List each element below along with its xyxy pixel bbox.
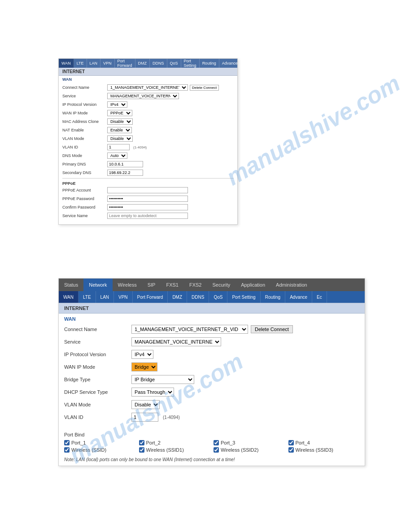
label-confirm-password: Confirm Password xyxy=(62,205,107,209)
select-wan-ip-mode-large[interactable]: Bridge xyxy=(131,362,157,371)
select-service-top[interactable]: MANAGEMENT_VOICE_INTERNET xyxy=(107,93,179,99)
sub-nav-wan[interactable]: WAN xyxy=(59,291,79,303)
sub-nav-ddns[interactable]: DDNS xyxy=(187,291,209,303)
ctrl-wan-ip-mode-large: Bridge xyxy=(131,362,359,371)
select-connect-name-top[interactable]: 1_MANAGEMENT_VOICE_INTERNET_R_VID xyxy=(107,84,188,91)
checkbox-port2[interactable] xyxy=(139,440,144,445)
form-large: Connect Name 1_MANAGEMENT_VOICE_INTERNET… xyxy=(59,323,365,429)
row-service-large: Service MANAGEMENT_VOICE_INTERNET xyxy=(64,337,359,347)
checkbox-port3[interactable] xyxy=(214,440,219,445)
sub-nav-lan[interactable]: LAN xyxy=(96,291,114,303)
label-wireless-ssid: Wireless (SSID) xyxy=(71,447,106,453)
port-bind-port3: Port_3 xyxy=(214,440,285,445)
nav-wireless[interactable]: Wireless xyxy=(113,279,142,291)
label-port3: Port_3 xyxy=(221,440,235,445)
row-dns-mode-top: DNS Mode Auto xyxy=(62,152,234,159)
label-port1: Port_1 xyxy=(71,440,86,445)
select-dns-mode-top[interactable]: Auto xyxy=(107,153,127,159)
select-nat-top[interactable]: Enable xyxy=(107,127,132,133)
checkbox-wireless-ssid3[interactable] xyxy=(288,447,294,453)
nav-administration[interactable]: Administration xyxy=(270,279,313,291)
select-mac-clone-top[interactable]: Disable xyxy=(107,118,133,125)
tab-lan-top[interactable]: LAN xyxy=(87,59,101,68)
select-vlan-mode-top[interactable]: Disable xyxy=(107,135,133,142)
tab-ddns-top[interactable]: DDNS xyxy=(150,59,167,68)
tab-advance-top[interactable]: Advance xyxy=(219,59,241,68)
row-confirm-password: Confirm Password xyxy=(62,204,234,211)
nav-security[interactable]: Security xyxy=(207,279,236,291)
ctrl-ip-protocol-top: IPv4 xyxy=(107,101,234,108)
tab-routing-top[interactable]: Routing xyxy=(200,59,219,68)
select-bridge-type-large[interactable]: IP Bridge xyxy=(131,375,194,384)
nav-sip[interactable]: SIP xyxy=(142,279,161,291)
input-vlan-id-top[interactable] xyxy=(107,144,130,150)
input-vlan-id-large[interactable] xyxy=(131,413,158,422)
row-vlan-mode-top: VLAN Mode Disable xyxy=(62,135,234,142)
input-service-name[interactable] xyxy=(107,213,188,219)
ctrl-connect-name-large: 1_MANAGEMENT_VOICE_INTERNET_R_VID Delete… xyxy=(131,325,359,334)
tab-vpn-top[interactable]: VPN xyxy=(100,59,115,68)
nav-network[interactable]: Network xyxy=(83,279,112,291)
checkbox-port1[interactable] xyxy=(64,440,70,445)
tab-lte-top[interactable]: LTE xyxy=(74,59,87,68)
tab-dmz-top[interactable]: DMZ xyxy=(135,59,150,68)
row-wan-ip-mode-large: WAN IP Mode Bridge xyxy=(64,362,359,372)
sub-nav-portsetting[interactable]: Port Setting xyxy=(227,291,260,303)
select-vlan-mode-large[interactable]: Disable xyxy=(131,400,160,409)
ctrl-confirm-password xyxy=(107,204,234,210)
checkbox-port4[interactable] xyxy=(288,440,294,445)
label-wan-ip-mode-large: WAN IP Mode xyxy=(64,364,131,370)
nav-fxs2[interactable]: FXS2 xyxy=(184,279,207,291)
port-bind-section: Port Bind Port_1 Port_2 Port_3 Port_4 xyxy=(59,429,365,455)
sub-nav-advance[interactable]: Advance xyxy=(285,291,312,303)
sub-nav-portforward[interactable]: Port Forward xyxy=(133,291,168,303)
input-pppoe-account[interactable] xyxy=(107,187,188,193)
input-secondary-dns-top[interactable] xyxy=(107,170,143,176)
nav-fxs1[interactable]: FXS1 xyxy=(161,279,184,291)
label-service-large: Service xyxy=(64,339,131,344)
tab-portsetting-top[interactable]: Port Setting xyxy=(181,59,200,68)
select-dhcp-service-type-large[interactable]: Pass Through xyxy=(131,388,174,397)
btn-delete-connect-large[interactable]: Delete Connect xyxy=(251,325,293,333)
row-pppoe-account: PPPoE Account xyxy=(62,187,234,194)
input-primary-dns-top[interactable] xyxy=(107,161,143,167)
row-secondary-dns-top: Secondary DNS xyxy=(62,169,234,176)
label-bridge-type-large: Bridge Type xyxy=(64,377,131,382)
nav-application[interactable]: Application xyxy=(236,279,270,291)
label-pppoe-password: PPPoE Password xyxy=(62,196,107,201)
select-ip-protocol-large[interactable]: IPv4 xyxy=(131,350,153,359)
label-ip-protocol-top: IP Protocol Version xyxy=(62,102,107,107)
label-pppoe-account: PPPoE Account xyxy=(62,188,107,192)
checkbox-wireless-ssid1[interactable] xyxy=(139,447,144,453)
sub-nav-qos[interactable]: QoS xyxy=(209,291,227,303)
label-port2: Port_2 xyxy=(146,440,161,445)
row-mac-clone-top: MAC Address Clone Disable xyxy=(62,118,234,125)
label-dhcp-service-type-large: DHCP Service Type xyxy=(64,389,131,395)
form-top: Connect Name 1_MANAGEMENT_VOICE_INTERNET… xyxy=(59,83,237,224)
select-ip-protocol-top[interactable]: IPv4 xyxy=(107,101,127,108)
hint-vlan-id-top: (1-4094) xyxy=(133,145,147,149)
checkbox-wireless-ssid2[interactable] xyxy=(214,447,219,453)
checkbox-wireless-ssid[interactable] xyxy=(64,447,70,453)
nav-status[interactable]: Status xyxy=(59,279,83,291)
label-wireless-ssid2: Wireless (SSID2) xyxy=(221,447,258,453)
tab-portforward-top[interactable]: Port Forward xyxy=(115,59,135,68)
sub-nav-dmz[interactable]: DMZ xyxy=(168,291,187,303)
btn-delete-connect-top[interactable]: Delete Connect xyxy=(190,85,219,91)
input-pppoe-password[interactable] xyxy=(107,196,188,202)
sub-nav-ec[interactable]: Ec xyxy=(312,291,327,303)
hint-vlan-id-large: (1-4094) xyxy=(163,415,180,420)
tab-wan-top[interactable]: WAN xyxy=(59,59,74,68)
sub-nav-lte[interactable]: LTE xyxy=(79,291,96,303)
sub-nav-vpn[interactable]: VPN xyxy=(114,291,133,303)
port-bind-wireless-ssid: Wireless (SSID) xyxy=(64,447,135,453)
select-wan-ip-mode-top[interactable]: PPPoE xyxy=(107,110,132,116)
ctrl-primary-dns-top xyxy=(107,161,234,167)
select-service-large[interactable]: MANAGEMENT_VOICE_INTERNET xyxy=(131,337,221,346)
screenshot-bottom: Status Network Wireless SIP FXS1 FXS2 Se… xyxy=(58,278,365,466)
select-connect-name-large[interactable]: 1_MANAGEMENT_VOICE_INTERNET_R_VID xyxy=(131,325,248,334)
tab-qos-top[interactable]: QoS xyxy=(167,59,181,68)
input-confirm-password[interactable] xyxy=(107,204,188,210)
ctrl-ip-protocol-large: IPv4 xyxy=(131,350,359,359)
sub-nav-routing[interactable]: Routing xyxy=(261,291,285,303)
